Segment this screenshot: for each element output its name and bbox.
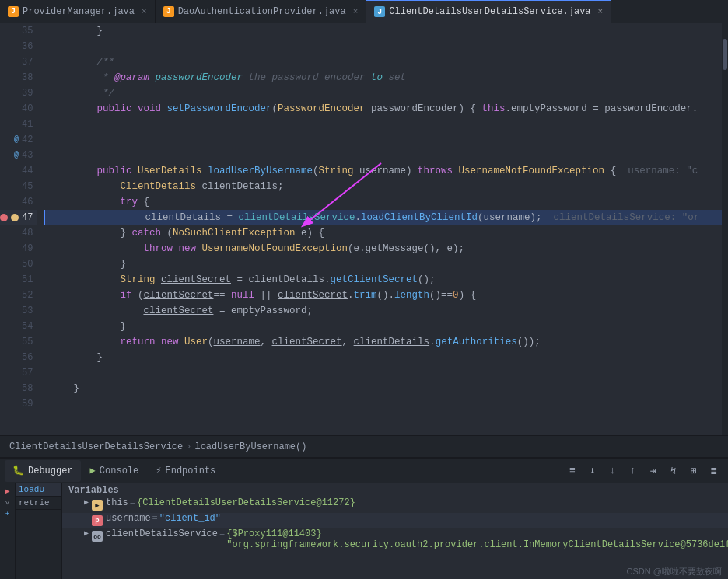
toolbar-btn-1[interactable]: ≡ [563, 462, 582, 480]
tab-label-2: DaoAuthenticationProvider.java [178, 6, 346, 17]
code-line-56: } [44, 350, 722, 365]
gutter-40: 40 [0, 101, 37, 117]
code-line-43 [44, 148, 722, 163]
java-icon-3: J [374, 6, 385, 17]
console-icon: ▶ [90, 465, 96, 476]
var-this-value: {ClientDetailsUserDetailsService@11272} [137, 497, 355, 508]
code-line-51: String clientSecret = clientDetails.getC… [44, 272, 722, 288]
code-line-50: } [44, 256, 722, 272]
close-tab-1[interactable]: × [142, 7, 147, 16]
code-line-58: } [44, 381, 722, 396]
toolbar-btn-2[interactable]: ⬇ [583, 462, 602, 480]
var-cds-name: clientDetailsService [106, 528, 218, 539]
code-line-54: } [44, 319, 722, 334]
toolbar-btn-6[interactable]: ↯ [664, 462, 683, 480]
endpoints-label: Endpoints [166, 466, 216, 476]
filter-button[interactable]: ▽ [5, 498, 9, 507]
breadcrumb-class[interactable]: ClientDetailsUserDetailsService [9, 441, 183, 452]
code-line-44: public UserDetails loadUserByUsername(St… [44, 163, 722, 179]
gutter-59: 59 [0, 396, 37, 412]
toolbar-btn-8[interactable]: ≣ [705, 462, 723, 480]
gutter-35: 35 [0, 23, 37, 39]
resume-button[interactable]: ▶ [5, 487, 9, 496]
bookmark-42: @ [14, 132, 19, 148]
call-stack: loadU retrie [16, 483, 62, 579]
java-icon-1: J [8, 6, 19, 17]
gutter-48: 48 [0, 225, 37, 241]
var-this[interactable]: ▶ ▶ this = {ClientDetailsUserDetailsServ… [62, 497, 728, 513]
code-line-40: public void setPasswordEncoder(PasswordE… [44, 101, 722, 117]
toolbar-btn-7[interactable]: ⊞ [684, 462, 703, 480]
callstack-item-loadU[interactable]: loadU [16, 483, 61, 497]
toolbar-btn-4[interactable]: ↑ [624, 462, 642, 480]
tab-providermanager[interactable]: J ProviderManager.java × [0, 0, 156, 23]
gutter-39: 39 [0, 85, 37, 101]
toolbar-btn-3[interactable]: ↓ [604, 462, 622, 480]
panel-toolbar: ≡ ⬇ ↓ ↑ ⇥ ↯ ⊞ ≣ [563, 462, 723, 480]
breadcrumb-method[interactable]: loadUserByUsername() [194, 441, 306, 452]
code-line-38: * @param passwordEncoder the password en… [44, 70, 722, 85]
gutter-53: 53 [0, 303, 37, 319]
variables-content: Variables ▶ ▶ this = {ClientDetailsUserD… [62, 483, 728, 579]
debugger-icon: 🐛 [12, 465, 24, 476]
close-tab-3[interactable]: × [598, 7, 604, 16]
editor-scrollbar[interactable] [722, 23, 728, 435]
panel-tab-console[interactable]: ▶ Console [82, 460, 147, 482]
panel-tab-endpoints[interactable]: ⚡ Endpoints [148, 460, 223, 482]
tab-label-3: ClientDetailsUserDetailsService.java [389, 6, 590, 17]
code-line-59 [44, 396, 722, 412]
breakpoint-47 [0, 214, 8, 221]
add-watch-button[interactable]: + [5, 511, 9, 518]
debugger-label: Debugger [28, 466, 73, 476]
code-line-46: try { [44, 194, 722, 210]
tab-bar: J ProviderManager.java × J DaoAuthentica… [0, 0, 728, 23]
gutter-38: 38 [0, 70, 37, 85]
endpoints-icon: ⚡ [156, 465, 161, 476]
warning-47 [11, 214, 19, 221]
bookmark-43: @ [14, 148, 19, 163]
code-line-57 [44, 365, 722, 381]
p-icon: p [92, 515, 103, 526]
console-label: Console [100, 466, 138, 476]
gutter-43: @ 43 [0, 148, 37, 163]
oo-icon: oo [92, 531, 103, 542]
gutter-49: 49 [0, 241, 37, 256]
code-line-49: throw new UsernameNotFoundException(e.ge… [44, 241, 722, 256]
variables-area: ▶ ▽ + loadU retrie Variables ▶ ▶ this = [0, 483, 728, 579]
code-line-52: if (clientSecret== null || clientSecret.… [44, 288, 722, 303]
tab-daoauth[interactable]: J DaoAuthenticationProvider.java × [156, 0, 367, 23]
gutter-45: 45 [0, 179, 37, 194]
var-this-name: this [106, 497, 128, 508]
var-username[interactable]: p username = "client_id" [62, 513, 728, 528]
editor-area: 35 36 37 38 39 [0, 23, 728, 435]
var-username-name: username [106, 513, 151, 524]
tab-label-1: ProviderManager.java [23, 6, 135, 17]
code-line-37: /** [44, 54, 722, 70]
gutter-37: 37 [0, 54, 37, 70]
panel-tab-debugger[interactable]: 🐛 Debugger [5, 460, 81, 482]
toolbar-btn-5[interactable]: ⇥ [644, 462, 663, 480]
java-icon-2: J [163, 6, 174, 17]
gutter-41: 41 [0, 117, 37, 132]
line-numbers: 35 36 37 38 39 [0, 23, 44, 435]
expand-this[interactable]: ▶ [81, 497, 92, 507]
gutter-44: 44 [0, 163, 37, 179]
code-line-55: return new User(username, clientSecret, … [44, 334, 722, 350]
code-line-53: clientSecret = emptyPassword; [44, 303, 722, 319]
gutter-47: 47 [0, 210, 37, 225]
close-tab-2[interactable]: × [353, 7, 359, 16]
code-line-35: } [44, 23, 722, 39]
code-line-48: } catch (NoSuchClientException e) { [44, 225, 722, 241]
code-lines[interactable]: } /** * @param passwordEncoder the passw… [44, 23, 722, 435]
gutter-36: 36 [0, 39, 37, 54]
gutter-46: 46 [0, 194, 37, 210]
variables-title: Variables [62, 483, 728, 497]
tab-clientdetails[interactable]: J ClientDetailsUserDetailsService.java × [366, 0, 611, 23]
var-clientdetailsservice[interactable]: ▶ oo clientDetailsService = {$Proxy111@1… [62, 528, 728, 544]
gutter-56: 56 [0, 350, 37, 365]
expand-clientdetails[interactable]: ▶ [81, 528, 92, 538]
callstack-item-retrie[interactable]: retrie [16, 497, 61, 510]
bottom-panel: 🐛 Debugger ▶ Console ⚡ Endpoints ≡ ⬇ ↓ ↑… [0, 457, 728, 579]
code-line-41 [44, 117, 722, 132]
scrollbar-thumb[interactable] [723, 39, 727, 70]
